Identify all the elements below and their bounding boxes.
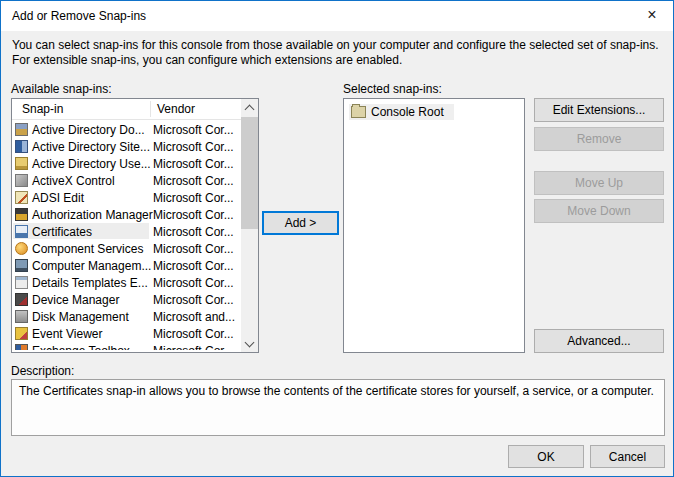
snapin-vendor: Microsoft Cor... — [153, 276, 234, 290]
snapin-vendor: Microsoft Cor... — [153, 225, 234, 239]
snapin-row[interactable]: Device Manager Microsoft Cor... — [12, 291, 241, 308]
snapin-icon — [15, 123, 28, 136]
add-remove-snapins-dialog: Add or Remove Snap-ins × You can select … — [0, 0, 674, 477]
snapin-icon — [15, 293, 28, 306]
snapin-name: Component Services — [32, 242, 143, 256]
description-label: Description: — [11, 364, 74, 378]
remove-button[interactable]: Remove — [534, 127, 664, 151]
snapin-vendor: Microsoft Cor... — [153, 123, 234, 137]
snapin-name: Authorization Manager — [32, 208, 153, 222]
edit-extensions-button[interactable]: Edit Extensions... — [534, 98, 664, 122]
chevron-down-icon — [245, 338, 255, 348]
snapin-vendor: Microsoft Cor... — [153, 140, 234, 154]
window-title: Add or Remove Snap-ins — [12, 9, 146, 23]
move-up-button[interactable]: Move Up — [534, 171, 664, 195]
scroll-up-icon[interactable] — [241, 99, 258, 116]
selected-snapin-name: Console Root — [371, 105, 444, 119]
snapin-name: Active Directory Use... — [32, 157, 151, 171]
snapin-row[interactable]: Disk Management Microsoft and... — [12, 308, 241, 325]
snapin-vendor: Microsoft Cor... — [153, 174, 234, 188]
ok-button[interactable]: OK — [508, 445, 584, 468]
snapin-vendor: Microsoft Cor... — [153, 327, 234, 341]
snapin-icon — [15, 276, 28, 289]
snapin-icon — [15, 191, 28, 204]
snapin-row[interactable]: ActiveX Control Microsoft Cor... — [12, 172, 241, 189]
snapin-name: Disk Management — [32, 310, 129, 324]
snapin-vendor: Microsoft and... — [153, 310, 235, 324]
snapin-name: Event Viewer — [32, 327, 102, 341]
snapin-vendor: Microsoft Cor... — [153, 242, 234, 256]
snapin-row[interactable]: Details Templates E... Microsoft Cor... — [12, 274, 241, 291]
snapin-icon — [15, 157, 28, 170]
column-separator — [150, 101, 151, 117]
advanced-button[interactable]: Advanced... — [534, 329, 664, 353]
snapin-vendor: Microsoft Cor... — [153, 191, 234, 205]
snapin-icon — [15, 140, 28, 153]
selected-snapins-label: Selected snap-ins: — [343, 82, 442, 96]
snapin-icon — [15, 259, 28, 272]
title-bar: Add or Remove Snap-ins × — [1, 1, 673, 31]
snapin-row[interactable]: Event Viewer Microsoft Cor... — [12, 325, 241, 342]
snapin-name: Active Directory Do... — [32, 123, 145, 137]
snapin-row[interactable]: Component Services Microsoft Cor... — [12, 240, 241, 257]
snapin-name: Computer Managem... — [32, 259, 151, 273]
add-button[interactable]: Add > — [262, 211, 339, 235]
cancel-button[interactable]: Cancel — [590, 445, 665, 468]
snapin-row[interactable]: Active Directory Do... Microsoft Cor... — [12, 121, 241, 138]
column-header-snapin[interactable]: Snap-in — [22, 102, 63, 116]
snapin-vendor: Microsoft Cor... — [153, 293, 234, 307]
snapin-name: ActiveX Control — [32, 174, 115, 188]
description-text: The Certificates snap-in allows you to b… — [19, 384, 654, 398]
snapin-icon — [15, 174, 28, 187]
snapin-icon — [15, 344, 28, 350]
snapin-row-selected[interactable]: Certificates Microsoft Cor... — [12, 223, 241, 240]
snapin-vendor: Microsoft Cor... — [153, 344, 234, 350]
scroll-down-icon[interactable] — [241, 335, 258, 352]
snapin-row-clipped[interactable]: Exchange Toolbox Microsoft Cor... — [12, 342, 241, 350]
snapin-vendor: Microsoft Cor... — [153, 259, 234, 273]
snapin-name: ADSI Edit — [32, 191, 84, 205]
snapin-vendor: Microsoft Cor... — [153, 157, 234, 171]
snapin-row[interactable]: Computer Managem... Microsoft Cor... — [12, 257, 241, 274]
snapin-row[interactable]: ADSI Edit Microsoft Cor... — [12, 189, 241, 206]
column-header-vendor[interactable]: Vendor — [157, 102, 195, 116]
snapin-name: Device Manager — [32, 293, 119, 307]
scrollbar-thumb[interactable] — [241, 117, 258, 229]
snapin-rows: Active Directory Do... Microsoft Cor... … — [12, 121, 241, 350]
snapin-icon — [15, 225, 28, 238]
vertical-scrollbar[interactable] — [241, 99, 258, 352]
selected-snapin-item[interactable]: Console Root — [349, 104, 454, 120]
close-icon[interactable]: × — [637, 3, 667, 27]
available-snapins-list[interactable]: Snap-in Vendor Active Directory Do... Mi… — [11, 98, 259, 353]
snapin-icon — [15, 310, 28, 323]
snapin-icon — [15, 242, 28, 255]
snapin-row[interactable]: Active Directory Site... Microsoft Cor..… — [12, 138, 241, 155]
available-snapins-label: Available snap-ins: — [11, 82, 112, 96]
snapin-row[interactable]: Authorization Manager Microsoft Cor... — [12, 206, 241, 223]
selected-snapins-list[interactable]: Console Root — [343, 98, 525, 353]
intro-text: You can select snap-ins for this console… — [12, 38, 665, 68]
snapin-vendor: Microsoft Cor... — [153, 208, 234, 222]
snapin-icon — [15, 208, 28, 221]
snapin-name: Certificates — [32, 225, 92, 239]
snapin-icon — [15, 327, 28, 340]
snapin-name: Details Templates E... — [32, 276, 148, 290]
list-header: Snap-in Vendor — [12, 99, 241, 120]
console-root-folder-icon — [351, 106, 366, 118]
move-down-button[interactable]: Move Down — [534, 199, 664, 223]
snapin-name: Active Directory Site... — [32, 140, 150, 154]
snapin-row[interactable]: Active Directory Use... Microsoft Cor... — [12, 155, 241, 172]
description-box: The Certificates snap-in allows you to b… — [11, 379, 665, 436]
chevron-up-icon — [245, 105, 255, 115]
snapin-name: Exchange Toolbox — [32, 344, 130, 350]
